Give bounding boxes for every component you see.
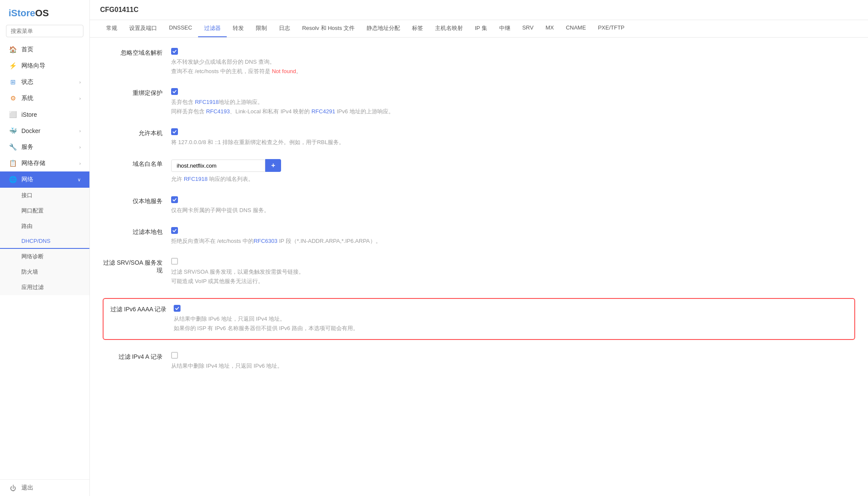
domain-whitelist-input-row: + <box>171 159 855 172</box>
home-icon: 🏠 <box>9 46 17 53</box>
sidebar-item-network-storage[interactable]: 📋 网络存储 › <box>0 155 89 171</box>
network-storage-icon: 📋 <box>9 159 17 167</box>
services-icon: 🔧 <box>9 143 17 151</box>
sidebar-item-status[interactable]: ⊞ 状态 › <box>0 74 89 90</box>
filter-ipv6-aaaa-label: 过滤 IPv6 AAAA 记录 <box>110 305 167 313</box>
page-header: CFG01411C <box>90 0 868 20</box>
sidebar-item-routing[interactable]: 路由 <box>0 218 89 234</box>
ignore-domain-label: 忽略空域名解析 <box>103 48 171 57</box>
rfc1918-link1[interactable]: RFC1918 <box>195 99 219 105</box>
filter-local-pkg-checkbox[interactable] <box>171 227 178 234</box>
rebind-protection-desc: 丢弃包含 RFC1918地址的上游响应。 同样丢弃包含 RFC4193、Link… <box>171 97 855 116</box>
filter-local-pkg-label: 过滤本地包 <box>103 227 171 236</box>
tab-ip-set[interactable]: IP 集 <box>469 20 493 37</box>
chevron-right-icon: › <box>79 80 81 85</box>
ignore-domain-content: 永不转发缺少点或域名部分的 DNS 查询。 查询不在 /etc/hosts 中的… <box>171 48 855 76</box>
filter-ipv4-a-label: 过滤 IPv4 A 记录 <box>103 352 171 361</box>
tab-static-ip[interactable]: 静态地址分配 <box>361 20 406 37</box>
logout-button[interactable]: ⏻ 退出 <box>0 479 89 496</box>
chevron-right-icon: › <box>79 96 81 101</box>
filter-ipv4-a-checkbox[interactable] <box>171 352 178 359</box>
tab-mx[interactable]: MX <box>539 20 560 37</box>
filter-local-pkg-checkbox-wrap <box>171 227 855 234</box>
chevron-right-icon: › <box>79 128 81 133</box>
sidebar-item-label: iStore <box>21 111 37 118</box>
sidebar-item-firewall[interactable]: 防火墙 <box>0 264 89 280</box>
ignore-domain-desc: 永不转发缺少点或域名部分的 DNS 查询。 查询不在 /etc/hosts 中的… <box>171 57 855 76</box>
page-title: CFG01411C <box>100 6 858 14</box>
tabs-bar: 常规 设置及端口 DNSSEC 过滤器 转发 限制 日志 Resolv 和 Ho… <box>90 20 868 38</box>
domain-whitelist-content: + 允许 RFC1918 响应的域名列表。 <box>171 159 855 184</box>
istore-icon: ⬜ <box>9 111 17 118</box>
domain-whitelist-input[interactable] <box>171 159 265 172</box>
local-service-content: 仅在网卡所属的子网中提供 DNS 服务。 <box>171 196 855 215</box>
main-content: CFG01411C 常规 设置及端口 DNSSEC 过滤器 转发 限制 日志 R… <box>90 0 868 496</box>
filter-ipv6-aaaa-row: 过滤 IPv6 AAAA 记录 从结果中删除 IPv6 地址，只返回 IPv4 … <box>103 298 855 340</box>
tab-relay[interactable]: 中继 <box>493 20 516 37</box>
filter-local-pkg-desc: 拒绝反向查询不在 /etc/hosts 中的RFC6303 IP 段（*.IN-… <box>171 236 855 246</box>
tab-srv[interactable]: SRV <box>516 20 540 37</box>
sidebar-item-network-config[interactable]: 网口配置 <box>0 203 89 218</box>
tab-limit[interactable]: 限制 <box>250 20 273 37</box>
ignore-domain-row: 忽略空域名解析 永不转发缺少点或域名部分的 DNS 查询。 查询不在 /etc/… <box>103 48 855 76</box>
local-service-checkbox-wrap <box>171 196 855 203</box>
filter-srv-soa-checkbox-wrap <box>171 258 855 265</box>
tab-settings-ports[interactable]: 设置及端口 <box>123 20 163 37</box>
sidebar-item-docker[interactable]: 🐳 Docker › <box>0 123 89 139</box>
tab-tags[interactable]: 标签 <box>406 20 429 37</box>
chevron-right-icon: › <box>79 145 81 150</box>
filter-ipv4-a-desc: 从结果中删除 IPv4 地址，只返回 IPv6 地址。 <box>171 361 855 371</box>
tab-general[interactable]: 常规 <box>100 20 123 37</box>
allow-localhost-row: 允许本机 将 127.0.0.0/8 和 ::1 排除在重新绑定检查之外。例如，… <box>103 128 855 147</box>
not-found-text: Not found <box>272 68 296 74</box>
tab-filter[interactable]: 过滤器 <box>198 20 227 37</box>
sidebar-item-network[interactable]: 🌐 网络 ∨ <box>0 171 89 188</box>
network-icon: 🌐 <box>9 176 17 183</box>
sidebar-item-app-filter[interactable]: 应用过滤 <box>0 280 89 295</box>
filter-srv-soa-row: 过滤 SRV/SOA 服务发现 过滤 SRV/SOA 服务发现，以避免触发按需拨… <box>103 258 855 286</box>
local-service-label: 仅本地服务 <box>103 196 171 205</box>
filter-srv-soa-desc: 过滤 SRV/SOA 服务发现，以避免触发按需拨号链接。 可能造成 VoIP 或… <box>171 267 855 286</box>
filter-ipv6-aaaa-checkbox[interactable] <box>174 305 181 312</box>
sidebar-item-label: 系统 <box>21 94 33 102</box>
filter-srv-soa-checkbox[interactable] <box>171 258 178 265</box>
filter-ipv6-aaaa-desc: 从结果中删除 IPv6 地址，只返回 IPv4 地址。 如果你的 ISP 有 I… <box>174 314 848 333</box>
sidebar-item-label: 网络向导 <box>21 62 45 70</box>
sidebar-item-home[interactable]: 🏠 首页 <box>0 41 89 58</box>
rfc1918-link2[interactable]: RFC1918 <box>184 176 208 182</box>
tab-host-mapping[interactable]: 主机名映射 <box>429 20 469 37</box>
tab-dnssec[interactable]: DNSSEC <box>163 20 198 37</box>
local-service-desc: 仅在网卡所属的子网中提供 DNS 服务。 <box>171 206 855 215</box>
sidebar-item-interface[interactable]: 接口 <box>0 188 89 203</box>
logo: iStoreOS <box>0 0 89 25</box>
search-input[interactable] <box>6 25 83 37</box>
domain-whitelist-add-button[interactable]: + <box>265 159 281 172</box>
tab-forward[interactable]: 转发 <box>227 20 250 37</box>
rfc4291-link[interactable]: RFC4291 <box>311 108 335 115</box>
rebind-protection-checkbox[interactable] <box>171 88 178 95</box>
rebind-protection-label: 重绑定保护 <box>103 88 171 97</box>
local-service-checkbox[interactable] <box>171 196 178 203</box>
tab-log[interactable]: 日志 <box>273 20 296 37</box>
sidebar-item-dhcp-dns[interactable]: DHCP/DNS <box>0 234 89 249</box>
filter-ipv6-aaaa-content: 从结果中删除 IPv6 地址，只返回 IPv4 地址。 如果你的 ISP 有 I… <box>174 305 848 333</box>
docker-icon: 🐳 <box>9 127 17 135</box>
tab-resolv-hosts[interactable]: Resolv 和 Hosts 文件 <box>296 20 361 37</box>
sidebar-item-label: 网络 <box>21 176 33 183</box>
tab-pxe-tftp[interactable]: PXE/TFTP <box>592 20 631 37</box>
sidebar-item-services[interactable]: 🔧 服务 › <box>0 139 89 155</box>
filter-srv-soa-label: 过滤 SRV/SOA 服务发现 <box>103 258 171 275</box>
ignore-domain-checkbox[interactable] <box>171 48 178 55</box>
sidebar-item-network-guide[interactable]: ⚡ 网络向导 <box>0 58 89 74</box>
logo-text: iStore <box>9 8 35 18</box>
sidebar-item-network-diag[interactable]: 网络诊断 <box>0 249 89 264</box>
allow-localhost-checkbox[interactable] <box>171 128 178 135</box>
rfc6303-link[interactable]: RFC6303 <box>254 238 278 244</box>
sidebar-item-system[interactable]: ⚙ 系统 › <box>0 90 89 106</box>
rfc4193-link[interactable]: RFC4193 <box>206 108 230 115</box>
filter-local-pkg-row: 过滤本地包 拒绝反向查询不在 /etc/hosts 中的RFC6303 IP 段… <box>103 227 855 246</box>
sidebar-search-wrap <box>6 25 83 37</box>
sidebar-item-istore[interactable]: ⬜ iStore <box>0 106 89 123</box>
domain-whitelist-label: 域名白名单 <box>103 159 171 168</box>
tab-cname[interactable]: CNAME <box>560 20 592 37</box>
